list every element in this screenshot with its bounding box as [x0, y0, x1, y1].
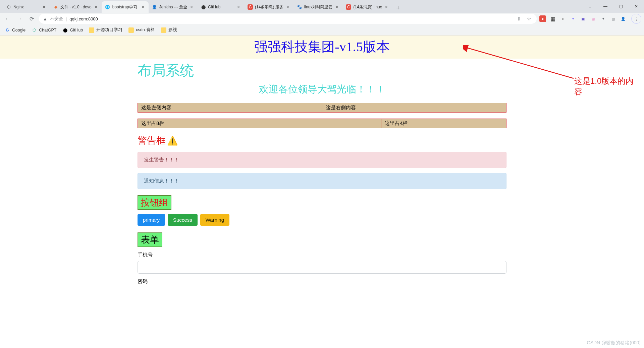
- profile-avatar-icon[interactable]: 👤: [620, 15, 627, 22]
- page-content: 强强科技集团-v1.5版本 这是1.0版本的内容 布局系统 欢迎各位领导大驾光临…: [0, 36, 644, 285]
- tab-csdn-1[interactable]: C (14条消息) 服务 ×: [244, 1, 293, 13]
- bookmark-folder-opensource[interactable]: 开源项目学习: [89, 27, 122, 33]
- ext-icon-6[interactable]: ▦: [590, 15, 596, 22]
- bookmark-label: csdn-资料: [136, 27, 155, 33]
- tab-title: linux对时阿里云: [304, 4, 333, 10]
- close-icon[interactable]: ×: [189, 5, 194, 9]
- warning-button[interactable]: Warning: [200, 214, 229, 226]
- star-icon[interactable]: ☆: [525, 15, 533, 22]
- tab-csdn-2[interactable]: C (14条消息) linux ×: [342, 1, 392, 13]
- sidepanel-icon[interactable]: ▥: [610, 15, 616, 22]
- github-icon: ⬤: [62, 27, 68, 33]
- warning-triangle-icon: ⚠️: [167, 136, 178, 146]
- tab-title: GitHub: [208, 5, 234, 9]
- close-window-button[interactable]: ✕: [629, 1, 644, 11]
- close-icon[interactable]: ×: [94, 5, 98, 9]
- ext-icon-3[interactable]: ●: [559, 15, 566, 22]
- minimize-button[interactable]: —: [598, 1, 613, 11]
- success-button[interactable]: Success: [168, 214, 198, 226]
- annotation-text: 这是1.0版本的内容: [574, 76, 638, 97]
- chatgpt-icon: ⬡: [32, 27, 37, 33]
- globe-favicon-icon: 🌐: [105, 4, 110, 10]
- tab-linux[interactable]: 🐾 linux对时阿里云 ×: [293, 1, 343, 13]
- close-icon[interactable]: ×: [236, 5, 241, 9]
- bookmark-folder-video[interactable]: 影视: [161, 27, 177, 33]
- google-icon: G: [5, 27, 10, 33]
- close-icon[interactable]: ×: [334, 5, 339, 9]
- tab-nginx[interactable]: ⬡ Nginx ×: [3, 1, 50, 13]
- tab-title: Jenkins --- 詹金: [159, 4, 187, 10]
- bookmark-label: 影视: [168, 27, 177, 33]
- bookmark-label: GitHub: [70, 28, 83, 32]
- layout-title: 布局系统: [138, 61, 506, 80]
- bookmark-label: Google: [12, 28, 25, 32]
- phone-label: 手机号: [138, 252, 506, 258]
- close-icon[interactable]: ×: [384, 5, 389, 9]
- tab-title: bootstrap学习: [112, 4, 139, 10]
- form-title: 表单: [138, 232, 162, 247]
- banner-title: 强强科技集团-v1.5版本: [0, 36, 644, 59]
- divider: |: [66, 16, 67, 21]
- tab-title: (14条消息) 服务: [255, 4, 283, 10]
- bookmark-github[interactable]: ⬤ GitHub: [62, 27, 83, 33]
- folder-icon: [89, 27, 94, 33]
- address-bar[interactable]: ▲ 不安全 | qqkj.com:8000 ⇧ ☆: [39, 14, 537, 24]
- alert-heading-text: 警告框: [138, 134, 166, 147]
- col-8: 这里占8栏: [138, 119, 381, 128]
- jenkins-favicon-icon: 👤: [152, 4, 157, 10]
- tab-title: 文件 · v1.0 · devo: [60, 4, 92, 10]
- back-button[interactable]: ←: [3, 14, 12, 23]
- chrome-menu-button[interactable]: ⋮: [631, 14, 641, 24]
- col-right: 这是右侧内容: [322, 103, 506, 113]
- folder-icon: [128, 27, 134, 33]
- github-favicon-icon: ⬤: [201, 4, 206, 10]
- close-icon[interactable]: ×: [42, 5, 46, 9]
- bookmark-google[interactable]: G Google: [5, 27, 25, 33]
- close-icon[interactable]: ×: [285, 5, 290, 9]
- toolbar-extensions: ● ▦ ● ✦ ▣ ▦ ✦ ▥ 👤 ⋮: [539, 14, 641, 24]
- button-group: primary Success Warning: [138, 214, 506, 226]
- ext-icon-4[interactable]: ✦: [570, 15, 576, 22]
- tab-jenkins[interactable]: 👤 Jenkins --- 詹金 ×: [149, 1, 197, 13]
- extensions-puzzle-icon[interactable]: ✦: [600, 15, 606, 22]
- forward-button[interactable]: →: [15, 14, 24, 23]
- button-group-title: 按钮组: [138, 195, 171, 210]
- bookmark-label: ChatGPT: [39, 28, 56, 32]
- container: 布局系统 欢迎各位领导大驾光临！！！ 这是左侧内容 这是右侧内容 这里占8栏 这…: [138, 61, 506, 285]
- share-icon[interactable]: ⇧: [515, 15, 523, 22]
- ext-icon-2[interactable]: ▦: [549, 15, 556, 22]
- maximize-button[interactable]: ▢: [613, 1, 629, 11]
- phone-input[interactable]: [138, 261, 506, 274]
- csdn-favicon-icon: C: [248, 4, 253, 10]
- tab-gitlab[interactable]: ◆ 文件 · v1.0 · devo ×: [50, 1, 102, 13]
- tab-strip: ⬡ Nginx × ◆ 文件 · v1.0 · devo × 🌐 bootstr…: [0, 0, 644, 13]
- bookmark-folder-csdn[interactable]: csdn-资料: [128, 27, 155, 33]
- grid-row-1: 这是左侧内容 这是右侧内容: [138, 103, 506, 113]
- address-bar-row: ← → ⟳ ▲ 不安全 | qqkj.com:8000 ⇧ ☆ ● ▦ ● ✦ …: [0, 13, 644, 25]
- window-controls: ⌄ — ▢ ✕: [582, 0, 644, 13]
- ext-icon-5[interactable]: ▣: [580, 15, 586, 22]
- paw-favicon-icon: 🐾: [297, 4, 302, 10]
- bookmark-chatgpt[interactable]: ⬡ ChatGPT: [32, 27, 56, 33]
- alert-danger: 发生警告！！！: [138, 152, 506, 168]
- reload-button[interactable]: ⟳: [27, 14, 36, 23]
- tab-github[interactable]: ⬤ GitHub ×: [197, 1, 244, 13]
- not-secure-label: 不安全: [50, 16, 63, 22]
- close-icon[interactable]: ×: [141, 5, 145, 9]
- col-4: 这里占4栏: [381, 119, 506, 128]
- warning-triangle-icon: ▲: [43, 16, 47, 21]
- url-text: qqkj.com:8000: [69, 16, 98, 21]
- tab-title: Nginx: [13, 5, 40, 9]
- bookmark-label: 开源项目学习: [96, 27, 122, 33]
- ext-icon-1[interactable]: ●: [539, 15, 546, 22]
- banner: 强强科技集团-v1.5版本: [0, 36, 644, 59]
- tab-bootstrap[interactable]: 🌐 bootstrap学习 ×: [102, 1, 149, 13]
- col-left: 这是左侧内容: [138, 103, 322, 113]
- alert-info: 通知信息！！！: [138, 173, 506, 189]
- browser-chrome: ⬡ Nginx × ◆ 文件 · v1.0 · devo × 🌐 bootstr…: [0, 0, 644, 36]
- chevron-down-icon[interactable]: ⌄: [582, 1, 598, 11]
- new-tab-button[interactable]: +: [393, 3, 403, 13]
- folder-icon: [161, 27, 166, 33]
- primary-button[interactable]: primary: [138, 214, 165, 226]
- alert-heading: 警告框 ⚠️: [138, 134, 506, 147]
